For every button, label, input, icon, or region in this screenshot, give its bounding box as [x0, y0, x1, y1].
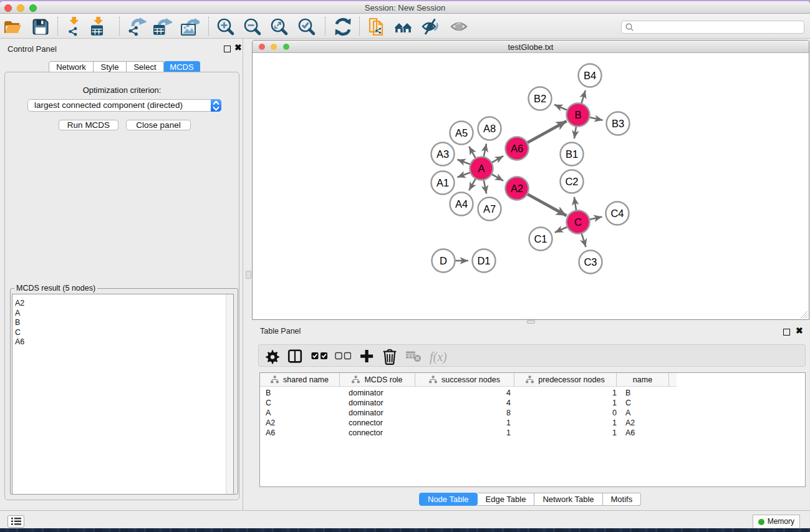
- svg-text:B1: B1: [566, 148, 578, 160]
- svg-text:A3: A3: [436, 148, 449, 160]
- svg-text:A8: A8: [483, 123, 496, 134]
- svg-text:A4: A4: [455, 198, 468, 210]
- svg-text:B: B: [574, 109, 581, 120]
- svg-text:C: C: [574, 216, 582, 228]
- svg-text:A: A: [478, 163, 485, 174]
- svg-text:B2: B2: [534, 93, 546, 104]
- svg-text:C3: C3: [584, 256, 597, 268]
- svg-text:D: D: [440, 255, 447, 266]
- svg-text:A5: A5: [455, 127, 468, 138]
- svg-text:A6: A6: [511, 143, 523, 154]
- svg-text:A2: A2: [511, 183, 523, 194]
- svg-text:D1: D1: [477, 255, 490, 266]
- svg-text:C2: C2: [565, 176, 578, 187]
- svg-text:B4: B4: [584, 70, 596, 81]
- svg-text:A7: A7: [483, 203, 496, 215]
- svg-text:C1: C1: [534, 233, 547, 244]
- svg-text:B3: B3: [612, 118, 624, 129]
- svg-text:C4: C4: [610, 208, 624, 219]
- svg-text:A1: A1: [436, 177, 449, 188]
